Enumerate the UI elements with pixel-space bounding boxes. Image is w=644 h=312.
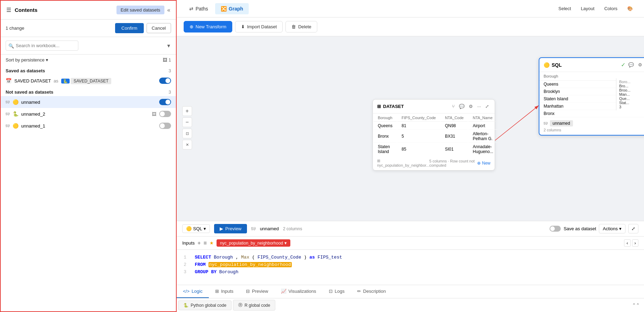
input-tag-nyc[interactable]: nyc_population_by_neighborhood ▾: [217, 239, 290, 247]
paint-icon-button[interactable]: 🎨: [623, 4, 637, 13]
sort-button[interactable]: Sort by persistence ▾: [6, 57, 48, 63]
graph-nav-button[interactable]: 🔀 Graph: [215, 3, 249, 14]
save-toggle-area: Save as dataset Actions ▾ ⤢: [550, 224, 638, 233]
dataset-footer-detail: 5 columns · Row count not computed: [429, 159, 475, 167]
sql-footer-name: unnamed: [550, 120, 573, 126]
colors-panel-button[interactable]: Colors: [600, 4, 622, 13]
not-saved-title: Not saved as datasets: [6, 89, 54, 95]
top-nav-right: Select Layout Colors 🎨: [554, 4, 637, 13]
sql-node-title: 🟡 SQL: [544, 62, 562, 68]
list-item[interactable]: 📅 SAVED DATASET as 🐍 SAVED_DATASET: [1, 75, 176, 87]
tab-visualizations[interactable]: 📈 Visualizations: [275, 285, 323, 298]
image-count-value: 1: [169, 57, 171, 63]
code-line-3: 3 GROUP BY Borough: [184, 269, 637, 276]
table-row: Bronx5BX31Allerton-Pelham G.: [374, 130, 497, 143]
r-global-icon: Ⓡ: [238, 302, 242, 308]
python-global-tab[interactable]: 🐍 Python global code: [178, 300, 232, 310]
paths-nav-button[interactable]: ⇄ Paths: [184, 3, 214, 14]
inputs-next-button[interactable]: ›: [632, 239, 638, 247]
tab-inputs[interactable]: ⊞ Inputs: [209, 285, 240, 298]
inputs-star-icon: ★: [210, 240, 214, 246]
select-panel-button[interactable]: Select: [554, 4, 575, 13]
sql-node-footer: f/∂ unnamed ⊕ New 2 columns: [539, 117, 644, 135]
code-editor[interactable]: 1 SELECT Borough , Max ( FIPS_County_Cod…: [177, 250, 644, 285]
logs-icon: ⊡: [329, 289, 333, 294]
zoom-out-button[interactable]: −: [182, 117, 192, 127]
check-circle-icon: ✓: [621, 61, 625, 68]
bottom-tabs: </> Logic ⊞ Inputs ⊟ Preview 📈 Visualiza…: [177, 285, 644, 298]
r-global-tab[interactable]: Ⓡ R global code: [233, 300, 275, 311]
sidebar-header: ☰ Contents Edit saved datasets «: [1, 1, 176, 20]
expand-up-button[interactable]: ⌃⌃: [629, 301, 643, 309]
list-item[interactable]: f/∂ 🟡 unnamed: [1, 96, 176, 108]
save-as-dataset-toggle[interactable]: [550, 226, 561, 232]
expand-editor-button[interactable]: ⤢: [628, 224, 638, 233]
dataset-node[interactable]: ⊞ DATASET ⑂ 💬 ⚙ ··· ⤢: [373, 99, 495, 170]
unnamed1-toggle[interactable]: [159, 123, 171, 129]
sort-label: Sort by persistence: [6, 57, 44, 63]
inputs-prev-button[interactable]: ‹: [624, 239, 630, 247]
saved-dataset-toggle[interactable]: [159, 78, 171, 84]
dataset-settings-icon[interactable]: ⚙: [467, 103, 474, 110]
sql-dropdown-icon: ▾: [204, 226, 206, 231]
dataset-chat-icon[interactable]: 💬: [458, 103, 466, 110]
add-input-button[interactable]: +: [197, 240, 200, 246]
dataset-expand-icon[interactable]: ⤢: [484, 103, 490, 110]
change-banner: 1 change Confirm Cancel: [1, 20, 176, 37]
dataset-new-link[interactable]: ⊕ New: [477, 161, 490, 166]
import-dataset-button[interactable]: ⬇ Import Dataset: [235, 21, 283, 32]
dataset-branch-icon[interactable]: ⑂: [451, 103, 456, 110]
right-column-panel: Boro... Bro... Broo... Man... Que... Sta…: [616, 78, 644, 110]
filter-button[interactable]: ▼: [166, 43, 171, 49]
edit-saved-datasets-button[interactable]: Edit saved datasets: [116, 6, 164, 14]
confirm-button[interactable]: Confirm: [115, 23, 144, 33]
fit-button[interactable]: ⊡: [182, 129, 192, 138]
collapse-icon[interactable]: «: [167, 7, 170, 13]
editor-toolbar: 🟡 SQL ▾ ▶ Preview f/∂ unnamed 2 columns …: [177, 221, 644, 237]
bottom-editor: 🟡 SQL ▾ ▶ Preview f/∂ unnamed 2 columns …: [177, 221, 644, 312]
actions-button[interactable]: Actions ▾: [599, 224, 625, 233]
global-code-bar: 🐍 Python global code Ⓡ R global code ⌃⌃: [177, 298, 644, 312]
dataset-more-icon[interactable]: ···: [476, 103, 482, 110]
list-item[interactable]: f/∂ 🟡 unnamed_1: [1, 120, 176, 132]
sql-chat-icon[interactable]: 💬: [627, 61, 635, 68]
logic-icon: </>: [183, 289, 190, 294]
change-actions: Confirm Cancel: [115, 23, 171, 33]
tab-logs[interactable]: ⊡ Logs: [323, 285, 351, 298]
svg-line-1: [495, 106, 539, 140]
search-input[interactable]: [6, 41, 78, 51]
sql-settings-icon[interactable]: ⚙: [637, 61, 644, 68]
unnamed2-toggle[interactable]: [159, 111, 171, 117]
play-icon: ▶: [220, 226, 223, 231]
reorder-inputs-button[interactable]: ≡: [204, 240, 207, 246]
sql-type-select[interactable]: 🟡 SQL ▾: [182, 224, 210, 233]
col-nta: NTA_Code: [441, 114, 468, 122]
delete-button[interactable]: 🗑 Delete: [285, 21, 317, 32]
graph-icon: 🔀: [221, 6, 227, 12]
search-bar: 🔍 ▼: [1, 37, 176, 55]
zoom-in-button[interactable]: +: [182, 106, 192, 116]
saved-dataset-name: SAVED DATASET as 🐍 SAVED_DATASET: [14, 78, 156, 84]
unnamed-toggle[interactable]: [159, 99, 171, 105]
preview-button[interactable]: ▶ Preview: [214, 224, 247, 233]
viz-icon: 📈: [281, 289, 286, 294]
sql-type-icon: 🟡: [186, 226, 192, 231]
python-global-icon: 🐍: [183, 303, 189, 308]
dataset-node-header: ⊞ DATASET ⑂ 💬 ⚙ ··· ⤢: [373, 100, 495, 114]
tab-description[interactable]: ✏ Description: [351, 285, 392, 298]
dataset-table: Borough FIPS_County_Code NTA_Code NTA_Na…: [373, 114, 498, 156]
tab-preview[interactable]: ⊟ Preview: [240, 285, 274, 298]
sidebar: ☰ Contents Edit saved datasets « 1 chang…: [0, 0, 177, 312]
transform-type-icon: f/∂: [6, 100, 10, 104]
saved-datasets-count: 3: [169, 68, 171, 73]
dataset-node-footer: ⊞ nyc_population_by_neighbor... 5 column…: [373, 156, 495, 170]
list-item[interactable]: f/∂ 🐍 unnamed_2 🖼: [1, 108, 176, 120]
crosshair-button[interactable]: ✕: [182, 140, 192, 150]
sql-icon: 🟡: [13, 99, 19, 105]
tab-logic[interactable]: </> Logic: [177, 285, 209, 298]
input-tag-dropdown[interactable]: ▾: [284, 240, 287, 246]
cancel-button[interactable]: Cancel: [147, 23, 171, 33]
layout-panel-button[interactable]: Layout: [576, 4, 599, 13]
hamburger-icon[interactable]: ☰: [6, 7, 11, 13]
new-transform-button[interactable]: ⊕ New Transform: [184, 21, 232, 32]
